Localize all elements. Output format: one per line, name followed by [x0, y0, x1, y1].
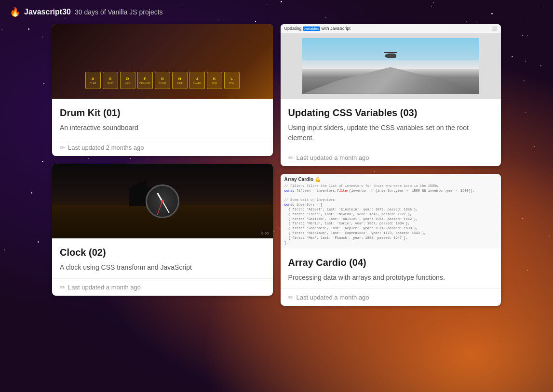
- drum-key-a: A CLAP: [85, 72, 101, 89]
- drum-kit-footer: ✏ Last updated 2 months ago: [52, 139, 273, 156]
- drum-kit-last-updated: Last updated 2 months ago: [68, 144, 144, 151]
- clock-timestamp: 0:00: [261, 231, 269, 235]
- pencil-icon: ✏: [60, 144, 65, 151]
- left-column: A CLAP S HIHAT D KICK F: [52, 24, 273, 306]
- clock-second-hand: [157, 201, 162, 215]
- array-cardio-visual: Array Cardio 💪 // filter: filter the lis…: [281, 174, 501, 248]
- clock-visual: 0:00: [52, 164, 273, 238]
- site-subtitle: 30 days of Vanilla JS projects: [75, 8, 163, 16]
- clock-body: Clock (02) A clock using CSS transform a…: [52, 238, 273, 278]
- css-vars-description: Using input sliders, update the CSS vari…: [288, 123, 494, 143]
- clock-description: A clock using CSS transform and JavaScri…: [60, 262, 265, 273]
- css-vars-visual: Updating variables with JavaScript ⬜: [281, 24, 501, 99]
- css-vars-image-area: [281, 33, 501, 99]
- cards-grid: A CLAP S HIHAT D KICK F: [0, 24, 553, 306]
- array-cardio-code: // filter: filter the list of inventors …: [284, 184, 498, 248]
- clock-last-updated: Last updated a month ago: [68, 284, 141, 291]
- drum-kit-title: Drum Kit (01): [60, 106, 265, 119]
- array-cardio-description: Processing data with arrays and prototyp…: [288, 273, 494, 283]
- pencil-icon-clock: ✏: [60, 284, 65, 291]
- drum-key-j: J SNARE: [189, 72, 205, 89]
- clock-center-dot: [161, 200, 164, 203]
- drum-key-l: L TINK: [224, 72, 240, 89]
- drum-kit-description: An interactive soundboard: [60, 123, 265, 133]
- drum-kit-image: A CLAP S HIHAT D KICK F: [52, 24, 273, 99]
- drum-kit-body: Drum Kit (01) An interactive soundboard: [52, 99, 273, 139]
- clock-minute-hand: [162, 201, 170, 213]
- array-cardio-body: Array Cardio (04) Processing data with a…: [281, 248, 501, 288]
- drum-key-k: K TOM: [207, 72, 222, 89]
- drum-key-f: F OPENHAT: [137, 72, 153, 89]
- css-vars-footer: ✏ Last updated a month ago: [281, 149, 501, 166]
- heli-rotor: [384, 52, 397, 53]
- pencil-icon-css: ✏: [288, 154, 294, 161]
- drum-key-s: S HIHAT: [103, 72, 118, 89]
- flame-icon: 🔥: [10, 7, 20, 17]
- clock-face: [146, 184, 179, 218]
- site-title: Javascript30: [24, 8, 71, 16]
- css-vars-header-bar: Updating variables with JavaScript ⬜: [281, 24, 501, 33]
- css-vars-title: Updating CSS Variables (03): [288, 106, 494, 119]
- drum-key-g: G BOOM: [155, 72, 170, 89]
- array-cardio-last-updated: Last updated a month ago: [297, 294, 369, 301]
- clock-footer: ✏ Last updated a month ago: [52, 278, 273, 296]
- drum-kit-keys: A CLAP S HIHAT D KICK F: [85, 72, 240, 89]
- array-cardio-title: Array Cardio (04): [288, 256, 494, 269]
- drum-kit-card[interactable]: A CLAP S HIHAT D KICK F: [52, 24, 273, 156]
- heli-body: [385, 53, 396, 58]
- drum-key-d: D KICK: [120, 72, 135, 89]
- array-cardio-card[interactable]: Array Cardio 💪 // filter: filter the lis…: [281, 174, 501, 306]
- clock-image: 0:00: [52, 164, 273, 238]
- drum-kit-visual: A CLAP S HIHAT D KICK F: [52, 24, 273, 99]
- array-cardio-header: Array Cardio 💪: [284, 177, 498, 182]
- css-vars-card[interactable]: Updating variables with JavaScript ⬜: [281, 24, 501, 166]
- mountain-image: [302, 38, 479, 94]
- array-cardio-image: Array Cardio 💪 // filter: filter the lis…: [281, 174, 501, 248]
- clock-card[interactable]: 0:00 Clock (02) A clock using CSS transf…: [52, 164, 273, 296]
- css-vars-last-updated: Last updated a month ago: [297, 154, 369, 161]
- array-cardio-footer: ✏ Last updated a month ago: [281, 288, 501, 306]
- css-vars-image: Updating variables with JavaScript ⬜: [281, 24, 501, 99]
- helicopter: [383, 52, 398, 59]
- css-vars-body: Updating CSS Variables (03) Using input …: [281, 99, 501, 149]
- mountain-shape: [302, 60, 479, 93]
- drum-key-h: H RIDE: [172, 72, 188, 89]
- site-header: 🔥 Javascript30 30 days of Vanilla JS pro…: [0, 0, 553, 24]
- clock-title: Clock (02): [60, 246, 265, 259]
- right-column: Updating variables with JavaScript ⬜: [281, 24, 501, 306]
- pencil-icon-array: ✏: [288, 294, 294, 301]
